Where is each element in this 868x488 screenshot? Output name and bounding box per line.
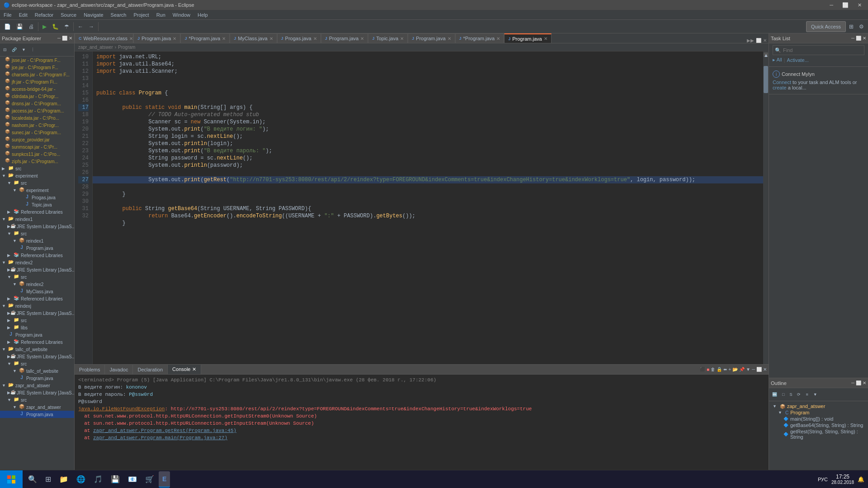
new-console-icon[interactable]: +	[728, 367, 731, 372]
tree-tallc-src[interactable]: ▼ 📁 src	[0, 360, 74, 367]
close-tab-3[interactable]: ✕	[360, 36, 364, 41]
search-input[interactable]	[783, 47, 862, 53]
save-button[interactable]: 💾	[14, 21, 25, 32]
taskbar-search[interactable]: 🔍	[24, 471, 41, 488]
tree-project-reindex2[interactable]: ▼ 📂 reindex2	[0, 259, 74, 266]
tree-item-access[interactable]: 📦 access-bridge-64.jar -	[0, 85, 74, 93]
tree-reindexj-program[interactable]: J Program.java	[0, 331, 74, 338]
tree-zapr-program[interactable]: J Program.java	[0, 411, 74, 418]
tree-item-localedata[interactable]: 📦 localedata.jar - C:\Pro...	[0, 114, 74, 122]
menu-help[interactable]: Help	[194, 11, 212, 19]
outline-method-main[interactable]: 🔷 main(String[]) : void	[771, 416, 866, 422]
tree-item-sunmscapi[interactable]: 📦 sunmscapi.jar - C:\Pr...	[0, 143, 74, 150]
editor-vscrollbar[interactable]: ▲	[763, 52, 769, 364]
task-list-close[interactable]: ✕	[863, 36, 866, 41]
tree-topic-java[interactable]: J Topic.java	[0, 201, 74, 208]
tree-item-dnsns[interactable]: 📦 dnsns.jar - C:\Program...	[0, 100, 74, 107]
taskbar-explorer[interactable]: 📁	[56, 471, 72, 488]
settings-button[interactable]: ⚙	[857, 21, 866, 32]
menu-window[interactable]: Window	[169, 11, 194, 19]
tree-experiment-pkg[interactable]: ▼ 📦 experiment	[0, 187, 74, 194]
tree-project-tallc[interactable]: ▼ 📂 tallc_of_website	[0, 346, 74, 353]
tree-reindex2-reflibs[interactable]: ▶ 📚 Referenced Libraries	[0, 295, 74, 302]
tree-reindexj-reflibs[interactable]: ▶ 📚 Referenced Libraries	[0, 338, 74, 346]
outline-method-getbase64[interactable]: 🔷 getBase64(String, String) : String	[771, 422, 866, 428]
tree-tallc-jre[interactable]: ▶ ☕ JRE System Library [JavaS...	[0, 353, 74, 360]
task-list-minimize[interactable]: ─	[851, 36, 854, 41]
tree-reindex1-src[interactable]: ▼ 📁 src	[0, 230, 74, 237]
search-bar[interactable]: 🔍	[773, 45, 864, 55]
pe-close-icon[interactable]: ✕	[69, 36, 72, 41]
tree-reindexj-src[interactable]: ▶ 📁 src	[0, 317, 74, 324]
tree-experiment-reflibs[interactable]: ▶ 📚 Referenced Libraries	[0, 208, 74, 216]
bottom-minimize[interactable]: ─	[752, 367, 755, 372]
pe-link-btn[interactable]: 🔗	[9, 44, 19, 55]
clear-icon[interactable]: 🗑	[711, 367, 715, 372]
taskbar-media[interactable]: 🎵	[90, 471, 106, 488]
task-list-maximize[interactable]: ⬜	[856, 36, 861, 41]
create-link[interactable]: create	[773, 85, 787, 90]
tree-item-sunjce[interactable]: 📦 sunjce_provider.jar	[0, 136, 74, 143]
close-tab-4[interactable]: ✕	[448, 36, 451, 41]
menu-search[interactable]: Search	[107, 11, 130, 19]
tree-item-sunec[interactable]: 📦 sunec.jar - C:\Program...	[0, 129, 74, 136]
taskbar-start-button[interactable]	[0, 470, 23, 488]
tree-item-zipfs[interactable]: 📦 zipfs.jar - C:\Program...	[0, 158, 74, 165]
close-tab-2[interactable]: ✕	[222, 36, 226, 41]
tab-declaration[interactable]: Declaration	[133, 365, 168, 374]
tree-reindex2-src[interactable]: ▼ 📁 src	[0, 273, 74, 281]
menu-navigate[interactable]: Navigate	[80, 11, 107, 19]
close-tab-active[interactable]: ✕	[544, 36, 547, 41]
tree-item-sunpkcs[interactable]: 📦 sunpkcs11.jar - C:\Pro...	[0, 150, 74, 158]
debug-button[interactable]: 🐛	[50, 21, 61, 32]
terminate-icon[interactable]: ■	[707, 367, 709, 372]
forward-button[interactable]: →	[86, 21, 96, 32]
editor-close-icon[interactable]: ✕	[763, 38, 767, 43]
filter-all-label[interactable]: ▸ All	[773, 57, 782, 63]
tab-javadoc[interactable]: Javadoc	[105, 365, 133, 374]
new-button[interactable]: 📄	[2, 21, 13, 32]
tree-zapr-pkg[interactable]: ▼ 📦 zapr_and_atswer	[0, 404, 74, 411]
tab-program-4[interactable]: J Program.java ✕	[408, 33, 455, 43]
quick-access-button[interactable]: Quick Access	[806, 21, 846, 32]
menu-refactor[interactable]: Refactor	[31, 11, 57, 19]
tree-item-jce[interactable]: 📦 jce.jar - C:\Program F...	[0, 64, 74, 71]
tree-item-cldrdata[interactable]: 📦 cldrdata.jar - C:\Progr...	[0, 93, 74, 100]
tab-program-3[interactable]: J Program.java ✕	[321, 33, 368, 43]
word-wrap-icon[interactable]: ⬌	[723, 367, 727, 372]
minimize-button[interactable]: ─	[827, 2, 836, 8]
outline-fields-btn[interactable]: □	[780, 389, 787, 400]
outline-sync-btn[interactable]: ⟳	[795, 389, 803, 400]
pe-filter-btn[interactable]: ▼	[19, 44, 28, 55]
tab-program-1[interactable]: J Program.java ✕	[133, 33, 180, 43]
outline-method-getrest[interactable]: 🔷 getRest(String, String, String) : Stri…	[771, 428, 866, 440]
tree-reindex1-reflibs[interactable]: ▶ 📚 Referenced Libraries	[0, 252, 74, 259]
coverage-button[interactable]: ☂	[62, 21, 71, 32]
tree-reindex1-program[interactable]: J Program.java	[0, 244, 74, 252]
outline-sort-btn[interactable]: 🔤	[770, 389, 779, 400]
outline-project[interactable]: ▼ 📦 zapr_and_atswer	[771, 403, 866, 409]
tab-console[interactable]: Console ✕	[168, 365, 201, 374]
outline-static-btn[interactable]: S	[787, 389, 794, 400]
tree-reindex2-jre[interactable]: ▶ ☕ JRE System Library [JavaS...	[0, 266, 74, 273]
tab-problems[interactable]: Problems	[75, 365, 105, 374]
bottom-close[interactable]: ✕	[763, 367, 767, 372]
print-button[interactable]: 🖨	[26, 21, 36, 32]
taskbar-files[interactable]: 💾	[107, 471, 123, 488]
tree-reindexj-libs[interactable]: ▶ 📁 libs	[0, 324, 74, 331]
tree-item-jaccess[interactable]: 📦 jaccess.jar - C:\Program...	[0, 107, 74, 114]
tab-program-active[interactable]: J Program.java ✕	[504, 33, 551, 43]
close-tab-topic[interactable]: ✕	[400, 36, 404, 41]
menu-edit[interactable]: Edit	[15, 11, 31, 19]
tree-experiment-src[interactable]: ▼ 📁 src	[0, 179, 74, 187]
taskbar-eclipse[interactable]: E	[159, 471, 170, 488]
outline-menu-btn[interactable]: ▼	[811, 389, 820, 400]
taskbar-browser[interactable]: 🌐	[73, 471, 89, 488]
menu-project[interactable]: Project	[130, 11, 152, 19]
tree-reindex1-pkg[interactable]: ▼ 📦 reindex1	[0, 237, 74, 244]
tree-item-jsse[interactable]: 📦 jsse.jar - C:\Program F...	[0, 56, 74, 64]
outline-minimize[interactable]: ─	[851, 380, 854, 385]
menu-run[interactable]: Run	[153, 11, 169, 19]
taskbar-task-view[interactable]: ⊞	[42, 471, 55, 488]
taskbar-mail[interactable]: 📧	[124, 471, 141, 488]
